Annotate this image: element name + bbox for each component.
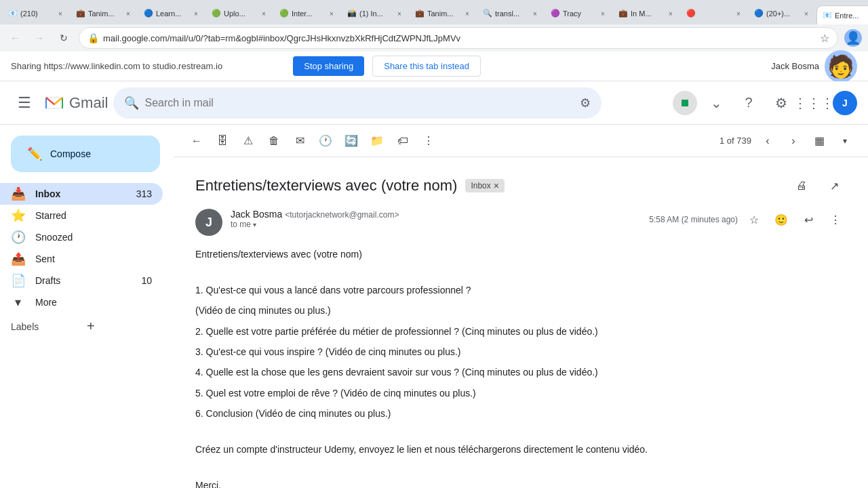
user-account-button[interactable]: J <box>833 91 857 115</box>
bookmark-icon[interactable]: ☆ <box>820 32 829 45</box>
tab-close[interactable]: × <box>462 9 472 18</box>
tab-6[interactable]: 📸 (1) In... × <box>342 4 410 23</box>
email-body-merci: Merci, <box>195 478 846 488</box>
google-apps-button[interactable]: ⋮⋮⋮ <box>800 89 827 117</box>
drafts-badge: 10 <box>141 275 152 286</box>
hamburger-menu[interactable]: ☰ <box>11 89 38 117</box>
apps-dropdown[interactable]: ⌄ <box>703 89 730 117</box>
snooze-button[interactable]: 🕐 <box>313 129 338 153</box>
tab-7[interactable]: 💼 Tanim... × <box>410 4 477 23</box>
tab-5[interactable]: 🟢 Inter... × <box>274 4 342 23</box>
compose-button[interactable]: ✏️ Compose <box>11 136 160 172</box>
sender-name: Jack Bosma <box>231 209 282 220</box>
more-email-options-button[interactable]: ⋮ <box>825 209 846 230</box>
email-body-line-8: 5. Quel est votre emploi de rêve ? (Vidé… <box>195 386 846 401</box>
tab-3[interactable]: 🔵 Learn... × <box>138 4 206 23</box>
user-profile-button[interactable]: 👤 <box>844 28 863 47</box>
reload-button[interactable]: ↻ <box>54 28 73 47</box>
tab-close[interactable]: × <box>598 9 608 18</box>
tab-title: transl... <box>495 9 528 18</box>
to-me-row[interactable]: to me ▾ <box>231 220 641 229</box>
spam-button[interactable]: ⚠ <box>236 129 260 153</box>
more-options-button[interactable]: ⋮ <box>416 129 441 153</box>
tab-close[interactable]: × <box>259 9 269 18</box>
sidebar-item-more[interactable]: ▾ More <box>0 291 163 313</box>
sharing-bar: Sharing https://www.linkedin.com to stud… <box>0 52 868 81</box>
avatar[interactable]: 🧑 <box>825 50 857 83</box>
address-text: mail.google.com/mail/u/0/?tab=rm&ogbl#in… <box>103 33 816 43</box>
tab-1[interactable]: 📧 (210) × <box>3 4 71 23</box>
back-to-inbox-button[interactable]: ← <box>184 129 209 153</box>
sharing-text: Sharing https://www.linkedin.com to stud… <box>11 61 285 71</box>
tab-10[interactable]: 💼 In M... × <box>613 4 681 23</box>
tab-close[interactable]: × <box>802 9 811 18</box>
sidebar-item-sent[interactable]: 📤 Sent <box>0 248 163 270</box>
tab-favicon: 🔴 <box>686 9 696 18</box>
tab-favicon: 📧 <box>8 9 18 18</box>
sidebar-item-inbox[interactable]: 📥 Inbox 313 <box>0 183 163 205</box>
view-options-dropdown[interactable]: ▾ <box>833 129 857 153</box>
prev-email-button[interactable]: ‹ <box>755 129 780 153</box>
search-input-wrap[interactable]: 🔍 ⚙ <box>113 87 601 119</box>
add-label-button[interactable]: + <box>87 319 163 334</box>
back-button[interactable]: ← <box>5 28 24 47</box>
delete-button[interactable]: 🗑 <box>262 129 286 153</box>
email-content: ← 🗄 ⚠ 🗑 ✉ 🕐 🔄 📁 🏷 ⋮ 1 of 739 ‹ › ▦ ▾ <box>174 125 868 488</box>
mark-unread-button[interactable]: ✉ <box>288 129 312 153</box>
more-actions-button[interactable]: 🔄 <box>339 129 363 153</box>
email-body-line-4: (Vidéo de cinq minutes ou plus.) <box>195 303 846 318</box>
filter-icon[interactable]: ⚙ <box>580 96 591 110</box>
reply-button[interactable]: ↩ <box>797 209 819 230</box>
tab-title: Learn... <box>156 9 189 18</box>
sidebar-item-starred[interactable]: ⭐ Starred <box>0 205 163 226</box>
sender-info: Jack Bosma <tutorjacknetwork@gmail.com> … <box>231 209 641 229</box>
tab-favicon: 🟣 <box>551 9 560 18</box>
forward-button[interactable]: → <box>30 28 49 47</box>
tab-12[interactable]: 🔵 (20+)... × <box>749 4 816 23</box>
tab-close[interactable]: × <box>327 9 336 18</box>
email-body-line-5: 2. Quelle est votre partie préférée du m… <box>195 324 846 339</box>
tab-favicon: 💼 <box>76 9 85 18</box>
search-input[interactable] <box>144 97 574 109</box>
more-icon: ▾ <box>11 295 24 310</box>
archive-button[interactable]: 🗄 <box>210 129 235 153</box>
tab-close[interactable]: × <box>123 9 133 18</box>
inbox-badge-text: Inbox <box>471 181 490 190</box>
tab-close[interactable]: × <box>530 9 540 18</box>
tab-4[interactable]: 🟢 Uplo... × <box>206 4 274 23</box>
stop-sharing-button[interactable]: Stop sharing <box>293 56 364 76</box>
sidebar-item-snoozed[interactable]: 🕐 Snoozed <box>0 226 163 248</box>
open-in-new-button[interactable]: ↗ <box>822 174 846 198</box>
sender-name-row: Jack Bosma <tutorjacknetwork@gmail.com> <box>231 209 641 220</box>
tab-close[interactable]: × <box>666 9 675 18</box>
move-to-button[interactable]: 📁 <box>365 129 389 153</box>
labels-button[interactable]: 🏷 <box>391 129 415 153</box>
tab-close[interactable]: × <box>191 9 201 18</box>
search-bar: 🔍 ⚙ <box>113 87 601 119</box>
tab-9[interactable]: 🟣 Tracy × <box>545 4 613 23</box>
email-subject-text: Entretiens/texterviews avec (votre nom) <box>195 177 457 195</box>
badge-close-icon[interactable]: × <box>494 180 499 191</box>
print-button[interactable]: 🖨 <box>789 174 814 198</box>
emoji-react-button[interactable]: 🙂 <box>770 209 792 230</box>
help-button[interactable]: ? <box>735 89 762 117</box>
address-bar[interactable]: 🔒 mail.google.com/mail/u/0/?tab=rm&ogbl#… <box>79 27 838 49</box>
tab-title: (210) <box>20 9 53 18</box>
tab-title: In M... <box>631 9 663 18</box>
tab-close[interactable]: × <box>56 9 65 18</box>
to-me-text: to me <box>231 220 251 229</box>
sidebar-item-drafts[interactable]: 📄 Drafts 10 <box>0 270 163 291</box>
tab-8[interactable]: 🔍 transl... × <box>477 4 545 23</box>
view-options-button[interactable]: ▦ <box>807 129 831 153</box>
tab-11[interactable]: 🔴 × <box>681 4 749 23</box>
email-body-line-1: Entretiens/texterviews avec (votre nom) <box>195 247 846 262</box>
tab-close[interactable]: × <box>395 9 404 18</box>
tab-2[interactable]: 💼 Tanim... × <box>71 4 138 23</box>
tab-close[interactable]: × <box>734 9 743 18</box>
next-email-button[interactable]: › <box>781 129 806 153</box>
tab-13-active[interactable]: 📧 Entre... × <box>816 5 868 24</box>
settings-button[interactable]: ⚙ <box>768 89 795 117</box>
star-email-button[interactable]: ☆ <box>743 209 765 230</box>
share-tab-button[interactable]: Share this tab instead <box>372 56 481 77</box>
nav-bar: ← → ↻ 🔒 mail.google.com/mail/u/0/?tab=rm… <box>0 24 868 52</box>
